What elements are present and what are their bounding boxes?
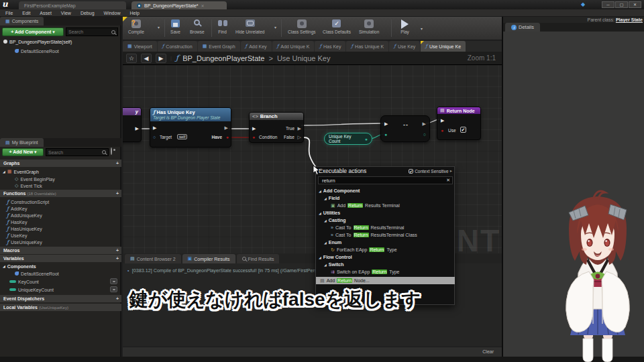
tab-find-results[interactable]: Find Results [237, 254, 280, 263]
asset-tab-firstpersonexamplemap[interactable]: FirstPersonExampleMap [19, 1, 126, 9]
action-item[interactable]: »Cast To ReturnResultsTerminal [316, 224, 455, 231]
graphs-section-header[interactable]: Graphs+ [0, 160, 121, 167]
play-options-caret-icon[interactable]: ▾ [421, 26, 423, 31]
action-item[interactable]: ↻ForEach EAppReturnType [316, 246, 455, 253]
component-child-item[interactable]: DefaultSceneRoot [15, 48, 59, 54]
maximize-button[interactable]: ▢ [615, 1, 628, 8]
save-button[interactable]: Save [170, 19, 181, 34]
action-item-add-return-node[interactable]: ▤Add Return Node... [316, 277, 455, 284]
hide-unrelated-caret-icon[interactable]: ▾ [274, 25, 276, 29]
add-macro-icon[interactable]: + [116, 247, 119, 254]
exec-in-pin[interactable]: ▶ [252, 126, 256, 131]
node-unique-key-count-getter[interactable]: Unique Key Count ● [324, 133, 372, 145]
int-out-pin[interactable]: ● [365, 137, 368, 141]
components-search-input[interactable] [68, 29, 111, 34]
tab-construction[interactable]: ƒConstruction [158, 41, 197, 52]
tab-close-icon[interactable]: ✕ [201, 3, 205, 8]
variable-visibility-toggle[interactable] [110, 278, 117, 284]
visibility-filter-icon[interactable] [111, 148, 112, 154]
event-tick-item[interactable]: ◇ Event Tick [15, 182, 42, 189]
function-hasuniquekey[interactable]: ƒHasUniqueKey [7, 225, 42, 232]
exec-in-pin[interactable]: ▶ [441, 118, 444, 123]
menu-file[interactable]: File [5, 11, 13, 15]
menu-asset[interactable]: Asset [40, 11, 52, 15]
function-usekey[interactable]: ƒUseKey [7, 232, 27, 239]
browse-button[interactable]: Browse [190, 19, 205, 34]
menu-window[interactable]: Window [104, 11, 121, 15]
menu-help[interactable]: Help [129, 11, 139, 15]
class-settings-button[interactable]: Class Settings [288, 19, 316, 34]
int-in-pin[interactable]: ● [384, 132, 387, 137]
compile-button[interactable]: ? Compile [128, 19, 144, 34]
functions-section-header[interactable]: Functions (18 Overridable) + [0, 190, 121, 197]
component-root-item[interactable]: BP_DungeonPlayerState(self) [3, 38, 72, 45]
favorite-star-icon[interactable]: ☆ [126, 54, 137, 63]
macros-section-header[interactable]: Macros+ [0, 247, 121, 254]
action-group[interactable]: ◢Switch [316, 261, 455, 268]
clear-search-icon[interactable]: ✕ [446, 178, 450, 183]
tab-use-unique-key[interactable]: ƒUse Unique Ke [421, 41, 466, 52]
function-useuniquekey[interactable]: ƒUseUniqueKey [7, 239, 42, 245]
eventgraph-item[interactable]: ◢ ▦ EventGraph [3, 168, 39, 175]
tab-has-key[interactable]: ƒHas Key [315, 41, 345, 52]
exec-out-pin[interactable]: ▶ [136, 126, 139, 131]
tab-event-graph[interactable]: ▦Event Graph [198, 41, 240, 52]
add-function-icon[interactable]: + [116, 190, 119, 197]
condition-pin[interactable]: ● [252, 135, 255, 139]
tab-add-key[interactable]: ƒAdd Key [241, 41, 272, 52]
tab-viewport[interactable]: ▦Viewport [123, 41, 157, 52]
node-branch[interactable]: <> Branch ▶ ● Condition True ▶ False ▷ [249, 112, 304, 143]
variable-uniquekeycount[interactable]: UniqueKeyCount [9, 286, 54, 293]
exec-out-pin[interactable]: ▶ [423, 121, 426, 126]
have-bool-pin[interactable]: ● [226, 135, 229, 139]
close-button[interactable]: ✕ [629, 1, 641, 8]
minimize-button[interactable]: ─ [602, 1, 614, 8]
function-addkey[interactable]: ƒAddKey [7, 205, 28, 212]
function-constructionscript[interactable]: ƒConstructionScript [7, 198, 49, 205]
play-button[interactable]: Play [399, 19, 411, 34]
event-beginplay-item[interactable]: ◇ Event BeginPlay [15, 176, 55, 182]
action-group[interactable]: ◢Flow Control [316, 253, 455, 261]
details-tab[interactable]: i Details [505, 23, 540, 32]
action-group[interactable]: ◢Field [316, 194, 455, 202]
exec-in-pin[interactable]: ▶ [153, 125, 156, 130]
breadcrumb-page[interactable]: Use Unique Key [277, 54, 331, 62]
menu-view[interactable]: View [61, 11, 71, 15]
action-item[interactable]: ▣Add Return Results Terminal [316, 202, 455, 209]
function-haskey[interactable]: ƒHasKey [7, 219, 27, 225]
action-item[interactable]: ⇉Switch on EAppReturnType [316, 268, 455, 276]
use-checkbox[interactable]: ✔ [460, 127, 466, 133]
tab-add-unique-key[interactable]: ƒAdd Unique K [272, 41, 315, 52]
variable-keycount[interactable]: KeyCount [9, 278, 39, 285]
add-component-button[interactable]: + Add Component ▾ [2, 27, 64, 36]
add-new-button[interactable]: + Add New ▾ [2, 148, 44, 156]
compile-options-caret-icon[interactable]: ▾ [158, 25, 160, 29]
tab-has-unique-key[interactable]: ƒHas Unique K [346, 41, 388, 52]
node-decrement-int[interactable]: ▶ -- ▶ ● ○ [380, 115, 430, 142]
hide-unrelated-button[interactable]: Hide Unrelated [235, 19, 264, 34]
my-blueprint-search[interactable] [46, 148, 109, 156]
function-adduniquekey[interactable]: ƒAddUniqueKey [7, 212, 42, 219]
tab-content-browser[interactable]: ▤Content Browser 2 [125, 254, 181, 263]
action-group[interactable]: ◢Add Component [316, 187, 455, 194]
class-defaults-button[interactable]: ✓ Class Defaults [323, 19, 351, 34]
clear-button[interactable]: Clear [482, 349, 494, 354]
use-bool-pin[interactable]: ● [441, 128, 443, 133]
menu-edit[interactable]: Edit [22, 11, 30, 15]
exec-out-pin[interactable]: ▶ [225, 125, 228, 130]
my-blueprint-search-input[interactable] [48, 150, 102, 155]
node-function-entry[interactable]: y ▶ [123, 107, 142, 142]
false-exec-pin[interactable]: ▷ [298, 135, 301, 139]
menu-debug[interactable]: Debug [80, 11, 95, 15]
action-group[interactable]: ◢Casting [316, 217, 455, 224]
parent-class-link[interactable]: Player State [616, 17, 643, 22]
variables-section-header[interactable]: Variables+ [0, 255, 121, 262]
action-item[interactable]: »Cast To ReturnResultsTerminal Class [316, 231, 455, 239]
my-blueprint-tab[interactable]: ▤ My Blueprint [0, 138, 44, 147]
components-category[interactable]: ◢ Components [3, 263, 36, 269]
action-group[interactable]: ◢Utilities [316, 209, 455, 217]
true-exec-pin[interactable]: ▶ [298, 126, 301, 131]
action-group[interactable]: ◢Enum [316, 239, 455, 246]
add-graph-icon[interactable]: + [116, 160, 119, 167]
asset-tab-bp-dungeonplayerstate[interactable]: BP_DungeonPlayerState* ✕ [131, 1, 227, 9]
